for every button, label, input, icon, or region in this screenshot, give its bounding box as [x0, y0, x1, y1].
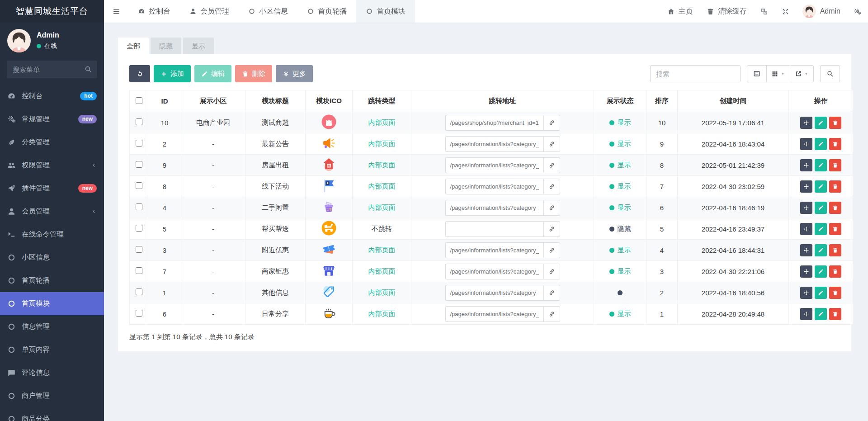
delete-row-button[interactable] — [829, 117, 841, 129]
edit-row-button[interactable] — [815, 265, 827, 278]
jump-url-input[interactable] — [445, 115, 543, 131]
edit-row-button[interactable] — [815, 202, 827, 214]
sidebar-item-商品分类[interactable]: 商品分类 — [0, 407, 104, 421]
jump-url-input[interactable] — [445, 136, 543, 152]
jump-url-input[interactable] — [445, 242, 543, 258]
sidebar-item-信息管理[interactable]: 信息管理 — [0, 315, 104, 338]
delete-row-button[interactable] — [829, 265, 841, 278]
topbar-tab-小区信息[interactable]: 小区信息 — [239, 0, 297, 23]
topbar-tab-首页轮播[interactable]: 首页轮播 — [297, 0, 356, 23]
jump-url-input[interactable] — [445, 200, 543, 216]
edit-row-button[interactable] — [815, 138, 827, 150]
link-button[interactable] — [543, 285, 560, 301]
edit-row-button[interactable] — [815, 244, 827, 256]
search-submit-button[interactable] — [820, 65, 840, 82]
translate-button[interactable]: 文A — [754, 0, 775, 23]
filter-tab-隐藏[interactable]: 隐藏 — [151, 38, 181, 54]
export-button[interactable] — [790, 65, 814, 82]
sidebar-item-评论信息[interactable]: 评论信息 — [0, 361, 104, 384]
move-row-button[interactable] — [800, 138, 812, 150]
edit-row-button[interactable] — [815, 180, 827, 193]
delete-button[interactable]: 删除 — [235, 65, 272, 82]
link-button[interactable] — [543, 136, 560, 152]
move-row-button[interactable] — [800, 308, 812, 320]
jump-url-input[interactable] — [445, 221, 543, 237]
sidebar-item-商户管理[interactable]: 商户管理 — [0, 384, 104, 407]
user-menu[interactable]: Admin — [796, 5, 847, 18]
row-checkbox[interactable] — [136, 118, 142, 125]
topbar-tab-首页模块[interactable]: 首页模块 — [356, 0, 415, 23]
sidebar-item-首页轮播[interactable]: 首页轮播 — [0, 269, 104, 292]
clear-cache-link[interactable]: 清除缓存 — [700, 0, 754, 23]
home-link[interactable]: 主页 — [660, 0, 700, 23]
jump-url-input[interactable] — [445, 264, 543, 279]
move-row-button[interactable] — [800, 244, 812, 256]
delete-row-button[interactable] — [829, 244, 841, 256]
delete-row-button[interactable] — [829, 223, 841, 235]
edit-row-button[interactable] — [815, 308, 827, 320]
link-button[interactable] — [543, 115, 560, 131]
link-button[interactable] — [543, 264, 560, 279]
sidebar-item-在线命令管理[interactable]: 在线命令管理 — [0, 223, 104, 246]
move-row-button[interactable] — [800, 223, 812, 235]
row-checkbox[interactable] — [136, 182, 142, 189]
sidebar-item-控制台[interactable]: 控制台 hot — [0, 85, 104, 108]
row-checkbox[interactable] — [136, 140, 142, 147]
row-checkbox[interactable] — [136, 246, 142, 253]
delete-row-button[interactable] — [829, 287, 841, 299]
add-button[interactable]: 添加 — [154, 65, 191, 82]
edit-row-button[interactable] — [815, 117, 827, 129]
link-button[interactable] — [543, 221, 560, 237]
settings-button[interactable] — [847, 0, 868, 23]
row-checkbox[interactable] — [136, 267, 142, 274]
sidebar-item-插件管理[interactable]: 插件管理 new — [0, 177, 104, 200]
filter-tab-全部[interactable]: 全部 — [118, 38, 149, 54]
sidebar-item-首页模块[interactable]: 首页模块 — [0, 292, 104, 315]
link-button[interactable] — [543, 306, 560, 322]
row-checkbox[interactable] — [136, 161, 142, 168]
jump-url-input[interactable] — [445, 179, 543, 194]
columns-button[interactable] — [766, 65, 790, 82]
sidebar-item-小区信息[interactable]: 小区信息 — [0, 246, 104, 269]
link-button[interactable] — [543, 157, 560, 173]
edit-row-button[interactable] — [815, 159, 827, 171]
detail-view-button[interactable] — [747, 65, 767, 82]
select-all-checkbox[interactable] — [136, 97, 142, 104]
edit-row-button[interactable] — [815, 223, 827, 235]
delete-row-button[interactable] — [829, 180, 841, 193]
link-button[interactable] — [543, 200, 560, 216]
table-search-input[interactable] — [650, 65, 741, 82]
sidebar-item-单页内容[interactable]: 单页内容 — [0, 338, 104, 361]
move-row-button[interactable] — [800, 202, 812, 214]
move-row-button[interactable] — [800, 159, 812, 171]
move-row-button[interactable] — [800, 180, 812, 193]
move-row-button[interactable] — [800, 287, 812, 299]
link-button[interactable] — [543, 242, 560, 258]
edit-row-button[interactable] — [815, 287, 827, 299]
row-checkbox[interactable] — [136, 225, 142, 232]
sidebar-item-分类管理[interactable]: 分类管理 — [0, 131, 104, 154]
delete-row-button[interactable] — [829, 159, 841, 171]
delete-row-button[interactable] — [829, 202, 841, 214]
jump-url-input[interactable] — [445, 157, 543, 173]
topbar-tab-控制台[interactable]: 控制台 — [128, 0, 180, 23]
delete-row-button[interactable] — [829, 308, 841, 320]
fullscreen-button[interactable] — [775, 0, 796, 23]
jump-url-input[interactable] — [445, 285, 543, 301]
sidebar-item-常规管理[interactable]: 常规管理 new — [0, 108, 104, 131]
move-row-button[interactable] — [800, 265, 812, 278]
move-row-button[interactable] — [800, 117, 812, 129]
filter-tab-显示[interactable]: 显示 — [183, 38, 214, 54]
row-checkbox[interactable] — [136, 289, 142, 295]
sidebar-item-权限管理[interactable]: 权限管理 — [0, 154, 104, 177]
topbar-tab-会员管理[interactable]: 会员管理 — [180, 0, 239, 23]
more-button[interactable]: 更多 — [276, 65, 313, 82]
row-checkbox[interactable] — [136, 310, 142, 317]
jump-url-input[interactable] — [445, 306, 543, 322]
refresh-button[interactable] — [129, 65, 150, 82]
sidebar-item-会员管理[interactable]: 会员管理 — [0, 200, 104, 223]
link-button[interactable] — [543, 179, 560, 194]
edit-button[interactable]: 编辑 — [194, 65, 231, 82]
menu-search-input[interactable] — [7, 61, 97, 78]
hamburger-button[interactable] — [104, 0, 128, 23]
